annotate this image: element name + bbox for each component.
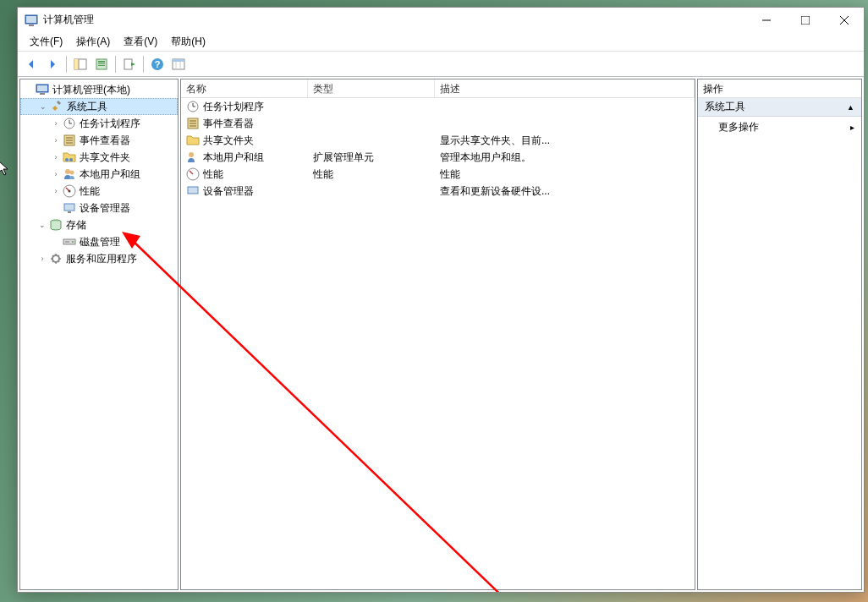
window-controls bbox=[747, 8, 864, 33]
help-button[interactable]: ? bbox=[147, 54, 168, 74]
cell-description: 性能 bbox=[440, 167, 460, 182]
expand-icon[interactable]: › bbox=[36, 252, 49, 265]
tree-storage[interactable]: ⌄ 存储 bbox=[20, 216, 178, 233]
svg-point-41 bbox=[72, 241, 74, 243]
toolbar-separator bbox=[143, 56, 144, 73]
list-item-device-manager[interactable]: 设备管理器 查看和更新设备硬件设... bbox=[181, 183, 695, 200]
properties-button[interactable] bbox=[91, 54, 112, 74]
cell-name: 任务计划程序 bbox=[203, 100, 264, 114]
column-description[interactable]: 描述 bbox=[435, 79, 695, 97]
list-item-event-viewer[interactable]: 事件查看器 bbox=[181, 115, 695, 132]
svg-point-33 bbox=[65, 169, 70, 174]
svg-rect-22 bbox=[37, 85, 47, 91]
chevron-right-icon: ▸ bbox=[850, 123, 854, 132]
cell-type: 性能 bbox=[313, 167, 333, 182]
menu-help[interactable]: 帮助(H) bbox=[164, 33, 212, 51]
menu-file[interactable]: 文件(F) bbox=[23, 33, 69, 51]
disk-icon bbox=[63, 235, 76, 249]
svg-rect-8 bbox=[74, 59, 79, 69]
cell-description: 显示共享文件夹、目前... bbox=[440, 134, 550, 148]
tree-label: 事件查看器 bbox=[80, 134, 130, 148]
tree-label: 服务和应用程序 bbox=[66, 252, 137, 266]
svg-rect-2 bbox=[29, 25, 34, 26]
expand-icon[interactable]: › bbox=[49, 184, 63, 198]
tree-device-manager[interactable]: 设备管理器 bbox=[20, 200, 178, 216]
expand-icon[interactable]: › bbox=[49, 150, 63, 164]
collapse-icon[interactable]: ⌄ bbox=[36, 100, 50, 113]
storage-icon bbox=[49, 218, 63, 232]
expand-icon[interactable]: › bbox=[49, 167, 63, 181]
list-body[interactable]: 任务计划程序 事件查看器 共享文件夹 显示共享文件夹、目前... 本地用户和组 … bbox=[181, 98, 695, 589]
device-icon bbox=[186, 184, 200, 198]
view-mode-button[interactable] bbox=[168, 54, 189, 74]
cell-description: 查看和更新设备硬件设... bbox=[440, 184, 550, 199]
clock-icon bbox=[63, 117, 76, 130]
list-item-performance[interactable]: 性能 性能 性能 bbox=[181, 166, 695, 183]
svg-rect-18 bbox=[173, 59, 184, 62]
menubar: 文件(F) 操作(A) 查看(V) 帮助(H) bbox=[18, 33, 864, 52]
shared-folder-icon bbox=[186, 134, 200, 147]
window-title: 计算机管理 bbox=[43, 13, 747, 27]
list-item-shared-folders[interactable]: 共享文件夹 显示共享文件夹、目前... bbox=[181, 132, 695, 149]
show-hide-tree-button[interactable] bbox=[70, 54, 91, 74]
maximize-button[interactable] bbox=[786, 8, 825, 33]
titlebar[interactable]: 计算机管理 bbox=[18, 8, 864, 33]
shared-folder-icon bbox=[63, 150, 76, 164]
tree-system-tools[interactable]: ⌄ 系统工具 bbox=[20, 98, 178, 115]
column-type[interactable]: 类型 bbox=[308, 79, 435, 97]
computer-icon bbox=[36, 83, 49, 96]
tree-label: 存储 bbox=[66, 218, 86, 233]
svg-rect-53 bbox=[188, 187, 198, 194]
forward-button[interactable] bbox=[42, 54, 63, 74]
clock-icon bbox=[186, 100, 200, 113]
column-name[interactable]: 名称 bbox=[181, 79, 308, 97]
collapse-icon: ▲ bbox=[847, 103, 854, 112]
svg-point-31 bbox=[65, 158, 69, 161]
event-log-icon bbox=[63, 134, 76, 147]
performance-icon bbox=[186, 167, 200, 181]
back-button[interactable] bbox=[21, 54, 41, 74]
tree-label: 系统工具 bbox=[67, 100, 107, 114]
svg-rect-42 bbox=[65, 241, 69, 243]
expand-icon[interactable]: › bbox=[49, 117, 63, 130]
collapse-icon[interactable]: ⌄ bbox=[36, 218, 49, 232]
tree-services-apps[interactable]: › 服务和应用程序 bbox=[20, 250, 178, 267]
collapse-icon[interactable] bbox=[22, 83, 36, 96]
menu-action[interactable]: 操作(A) bbox=[69, 33, 117, 51]
svg-rect-12 bbox=[98, 63, 105, 64]
tree-label: 磁盘管理 bbox=[80, 235, 120, 249]
svg-rect-4 bbox=[801, 16, 810, 25]
device-icon bbox=[63, 201, 76, 215]
expand-icon[interactable]: › bbox=[49, 134, 63, 147]
tree-local-users[interactable]: › 本地用户和组 bbox=[20, 166, 178, 183]
svg-text:?: ? bbox=[155, 59, 161, 69]
minimize-button[interactable] bbox=[747, 8, 786, 33]
tree-disk-management[interactable]: 磁盘管理 bbox=[20, 233, 178, 250]
users-icon bbox=[63, 167, 76, 181]
list-header: 名称 类型 描述 bbox=[181, 79, 695, 98]
toolbar-separator bbox=[66, 56, 67, 73]
tree-label: 性能 bbox=[80, 184, 100, 199]
tree-shared-folders[interactable]: › 共享文件夹 bbox=[20, 149, 178, 166]
cell-description: 管理本地用户和组。 bbox=[440, 150, 531, 165]
tree-label: 共享文件夹 bbox=[80, 150, 130, 165]
toolbar: ? bbox=[18, 52, 864, 77]
tree-performance[interactable]: › 性能 bbox=[20, 183, 178, 200]
tree-root[interactable]: 计算机管理(本地) bbox=[20, 81, 178, 98]
svg-point-51 bbox=[189, 152, 194, 157]
toolbar-separator bbox=[115, 56, 116, 73]
svg-rect-1 bbox=[26, 16, 36, 23]
list-item-local-users[interactable]: 本地用户和组 扩展管理单元 管理本地用户和组。 bbox=[181, 149, 695, 166]
list-item-task-scheduler[interactable]: 任务计划程序 bbox=[181, 98, 695, 115]
svg-rect-37 bbox=[64, 204, 74, 211]
svg-point-36 bbox=[69, 190, 71, 193]
actions-section[interactable]: 系统工具 ▲ bbox=[698, 98, 861, 117]
performance-icon bbox=[63, 184, 76, 198]
menu-view[interactable]: 查看(V) bbox=[117, 33, 164, 51]
close-button[interactable] bbox=[825, 8, 864, 33]
actions-more[interactable]: 更多操作 ▸ bbox=[698, 117, 861, 138]
tree-panel[interactable]: 计算机管理(本地) ⌄ 系统工具 › 任务计划程序 › 事件查看器 › 共享文件… bbox=[19, 79, 179, 590]
tree-task-scheduler[interactable]: › 任务计划程序 bbox=[20, 115, 178, 132]
export-button[interactable] bbox=[119, 54, 140, 74]
tree-event-viewer[interactable]: › 事件查看器 bbox=[20, 132, 178, 149]
